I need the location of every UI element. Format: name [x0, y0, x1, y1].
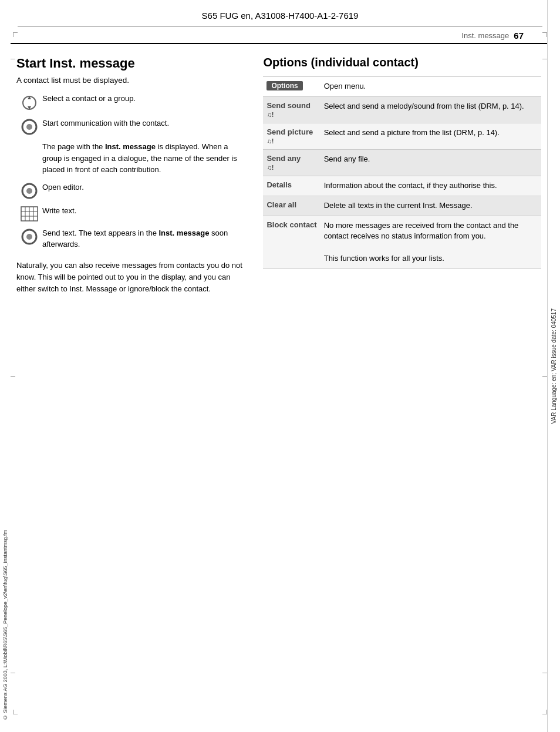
- side-bar-right: VAR Language: en; VAR issue date: 040517: [547, 0, 560, 732]
- send-picture-icon: ♫!: [266, 137, 274, 145]
- step-6-text: Send text. The text appears in the Inst.…: [42, 227, 245, 250]
- tick-mark: [11, 59, 15, 59]
- section-subtitle: A contact list must be displayed.: [16, 76, 245, 85]
- circle-btn-svg-3: [21, 229, 38, 245]
- step-3-icon-spacer: [16, 141, 42, 142]
- options-open-row: Options Open menu.: [263, 77, 541, 97]
- circle-btn-svg: [21, 119, 38, 135]
- keyboard-grid-icon: [16, 205, 42, 221]
- side-bar-left: © Siemens AG 2003, L:\Mobil\R65\S65_Pene…: [0, 0, 11, 732]
- grid-icon-svg: [21, 206, 38, 221]
- corner-mark-bl: [13, 710, 18, 714]
- tick-mark: [11, 673, 15, 673]
- step-1: Select a contact or a group.: [16, 93, 245, 112]
- corner-mark-tr: [542, 32, 547, 37]
- step-3-text: The page with the Inst. message is displ…: [42, 141, 245, 176]
- option-row-send-sound: Send sound ♫! Select and send a melody/s…: [263, 96, 541, 123]
- tick-mark: [542, 673, 547, 673]
- options-table: Options Open menu. Send sound ♫! Select …: [263, 76, 541, 269]
- tick-mark: [542, 59, 547, 59]
- option-row-block-contact: Block contact No more messages are recei…: [263, 216, 541, 268]
- send-picture-label: Send picture ♫!: [263, 123, 320, 149]
- details-desc: Information about the contact, if they a…: [321, 176, 541, 196]
- side-text-label: VAR Language: en; VAR issue date: 040517: [551, 308, 557, 424]
- step-2-text: Start communication with the contact.: [42, 117, 245, 129]
- circle-button-icon-2: [16, 182, 42, 199]
- step-5-text: Write text.: [42, 205, 245, 217]
- options-button-tag: Options: [266, 81, 302, 90]
- left-column: Start Inst. message A contact list must …: [11, 44, 257, 307]
- clear-all-desc: Delete all texts in the current Inst. Me…: [321, 196, 541, 216]
- step-4-text: Open editor.: [42, 182, 245, 193]
- tick-mark: [542, 376, 547, 377]
- block-contact-desc: No more messages are received from the c…: [321, 216, 541, 268]
- send-sound-label: Send sound ♫!: [263, 96, 320, 123]
- step-4: Open editor.: [16, 182, 245, 199]
- options-title: Options (individual contact): [263, 56, 541, 69]
- open-menu-text: Open menu.: [321, 77, 541, 97]
- inst-message-link-1: Inst. message: [105, 142, 156, 151]
- page-section-label: Inst. message: [461, 31, 509, 40]
- main-content: Start Inst. message A contact list must …: [0, 44, 560, 307]
- tick-mark: [11, 376, 15, 377]
- send-sound-desc: Select and send a melody/sound from the …: [321, 96, 541, 123]
- option-row-send-any: Send any ♫! Send any file.: [263, 149, 541, 176]
- clear-all-label: Clear all: [263, 196, 320, 216]
- side-text-label-left: © Siemens AG 2003, L:\Mobil\R65\S65_Pene…: [2, 530, 8, 720]
- option-row-details: Details Information about the contact, i…: [263, 176, 541, 196]
- circle-button-icon-3: [16, 227, 42, 245]
- send-any-icon: ♫!: [266, 164, 274, 171]
- right-column: Options (individual contact) Options Ope…: [257, 44, 547, 307]
- section-title: Start Inst. message: [16, 56, 245, 71]
- page-number: 67: [514, 31, 524, 41]
- nav-icon-svg: [22, 94, 37, 112]
- bottom-paragraph: Naturally, you can also receive messages…: [16, 260, 245, 295]
- page-header: Inst. message 67: [11, 27, 547, 44]
- nav-arrows-icon: [16, 93, 42, 112]
- step-6: Send text. The text appears in the Inst.…: [16, 227, 245, 250]
- options-btn-cell: Options: [263, 77, 320, 97]
- step-5: Write text.: [16, 205, 245, 221]
- step-2: Start communication with the contact.: [16, 117, 245, 135]
- circle-btn-svg-2: [21, 183, 38, 199]
- step-3: The page with the Inst. message is displ…: [16, 141, 245, 176]
- send-picture-desc: Select and send a picture from the list …: [321, 123, 541, 149]
- corner-mark-tl: [13, 32, 18, 37]
- send-any-label: Send any ♫!: [263, 149, 320, 176]
- svg-point-14: [26, 234, 32, 240]
- document-title: S65 FUG en, A31008-H7400-A1-2-7619: [18, 0, 542, 27]
- inst-message-link-2: Inst. mes­sage: [159, 229, 210, 237]
- corner-mark-br: [542, 710, 547, 714]
- send-sound-icon: ♫!: [266, 111, 274, 118]
- svg-point-4: [26, 124, 32, 130]
- details-label: Details: [263, 176, 320, 196]
- option-row-send-picture: Send picture ♫! Select and send a pictur…: [263, 123, 541, 149]
- svg-point-6: [26, 188, 32, 194]
- send-any-desc: Send any file.: [321, 149, 541, 176]
- circle-button-icon: [16, 117, 42, 135]
- block-contact-label: Block contact: [263, 216, 320, 268]
- step-1-text: Select a contact or a group.: [42, 93, 245, 105]
- option-row-clear-all: Clear all Delete all texts in the curren…: [263, 196, 541, 216]
